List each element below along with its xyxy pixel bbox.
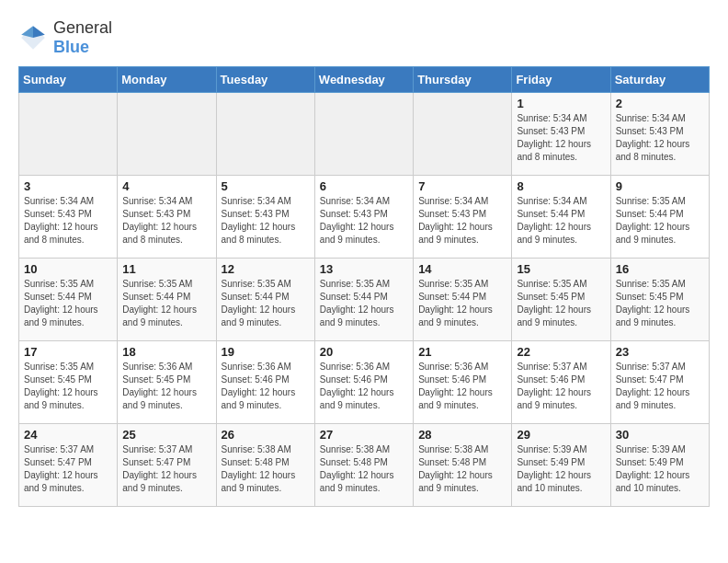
- day-number: 17: [24, 345, 112, 359]
- calendar-week-5: 24Sunrise: 5:37 AM Sunset: 5:47 PM Dayli…: [19, 424, 710, 507]
- logo-blue: Blue: [53, 38, 89, 56]
- day-info: Sunrise: 5:34 AM Sunset: 5:43 PM Dayligh…: [24, 195, 112, 247]
- day-info: Sunrise: 5:37 AM Sunset: 5:46 PM Dayligh…: [517, 361, 605, 412]
- calendar-cell: 24Sunrise: 5:37 AM Sunset: 5:47 PM Dayli…: [19, 424, 118, 507]
- day-number: 18: [122, 345, 210, 359]
- calendar-cell: 8Sunrise: 5:34 AM Sunset: 5:44 PM Daylig…: [512, 176, 610, 259]
- day-info: Sunrise: 5:34 AM Sunset: 5:43 PM Dayligh…: [517, 112, 605, 164]
- day-info: Sunrise: 5:34 AM Sunset: 5:44 PM Dayligh…: [517, 195, 605, 247]
- calendar-cell: 11Sunrise: 5:35 AM Sunset: 5:44 PM Dayli…: [118, 259, 216, 341]
- day-info: Sunrise: 5:35 AM Sunset: 5:44 PM Dayligh…: [122, 278, 210, 329]
- day-number: 15: [517, 262, 605, 276]
- calendar-week-4: 17Sunrise: 5:35 AM Sunset: 5:45 PM Dayli…: [19, 341, 710, 424]
- day-number: 3: [24, 179, 112, 193]
- calendar-cell: 16Sunrise: 5:35 AM Sunset: 5:45 PM Dayli…: [610, 259, 709, 341]
- calendar-cell: 1Sunrise: 5:34 AM Sunset: 5:43 PM Daylig…: [512, 93, 610, 176]
- day-info: Sunrise: 5:39 AM Sunset: 5:49 PM Dayligh…: [517, 443, 605, 495]
- col-header-tuesday: Tuesday: [216, 67, 314, 93]
- day-info: Sunrise: 5:35 AM Sunset: 5:44 PM Dayligh…: [418, 278, 506, 329]
- day-info: Sunrise: 5:34 AM Sunset: 5:43 PM Dayligh…: [122, 195, 210, 247]
- day-number: 4: [122, 179, 210, 193]
- day-info: Sunrise: 5:35 AM Sunset: 5:45 PM Dayligh…: [24, 361, 112, 412]
- calendar-cell: 18Sunrise: 5:36 AM Sunset: 5:45 PM Dayli…: [118, 341, 216, 424]
- calendar-header-row: SundayMondayTuesdayWednesdayThursdayFrid…: [19, 67, 710, 93]
- calendar-cell: 4Sunrise: 5:34 AM Sunset: 5:43 PM Daylig…: [118, 176, 216, 259]
- calendar-week-2: 3Sunrise: 5:34 AM Sunset: 5:43 PM Daylig…: [19, 176, 710, 259]
- calendar-table: SundayMondayTuesdayWednesdayThursdayFrid…: [18, 66, 710, 507]
- day-number: 27: [320, 428, 408, 442]
- calendar-cell: 13Sunrise: 5:35 AM Sunset: 5:44 PM Dayli…: [314, 259, 413, 341]
- logo-icon: [18, 23, 48, 52]
- day-info: Sunrise: 5:38 AM Sunset: 5:48 PM Dayligh…: [418, 443, 506, 495]
- day-info: Sunrise: 5:36 AM Sunset: 5:46 PM Dayligh…: [222, 361, 310, 412]
- calendar-week-1: 1Sunrise: 5:34 AM Sunset: 5:43 PM Daylig…: [19, 93, 710, 176]
- day-info: Sunrise: 5:34 AM Sunset: 5:43 PM Dayligh…: [222, 195, 310, 247]
- calendar-cell: 9Sunrise: 5:35 AM Sunset: 5:44 PM Daylig…: [610, 176, 709, 259]
- day-info: Sunrise: 5:35 AM Sunset: 5:44 PM Dayligh…: [320, 278, 408, 329]
- day-number: 23: [616, 345, 704, 359]
- day-info: Sunrise: 5:35 AM Sunset: 5:45 PM Dayligh…: [517, 278, 605, 329]
- logo: General Blue: [18, 18, 112, 57]
- calendar-cell: 19Sunrise: 5:36 AM Sunset: 5:46 PM Dayli…: [216, 341, 314, 424]
- day-info: Sunrise: 5:34 AM Sunset: 5:43 PM Dayligh…: [616, 112, 704, 164]
- calendar-cell: 28Sunrise: 5:38 AM Sunset: 5:48 PM Dayli…: [414, 424, 512, 507]
- day-info: Sunrise: 5:35 AM Sunset: 5:44 PM Dayligh…: [616, 195, 704, 247]
- day-number: 25: [122, 428, 210, 442]
- calendar-week-3: 10Sunrise: 5:35 AM Sunset: 5:44 PM Dayli…: [19, 259, 710, 341]
- calendar-cell: 17Sunrise: 5:35 AM Sunset: 5:45 PM Dayli…: [19, 341, 118, 424]
- col-header-sunday: Sunday: [19, 67, 118, 93]
- day-number: 26: [222, 428, 310, 442]
- day-number: 2: [616, 97, 704, 110]
- day-number: 5: [222, 179, 310, 193]
- calendar-cell: 3Sunrise: 5:34 AM Sunset: 5:43 PM Daylig…: [19, 176, 118, 259]
- col-header-thursday: Thursday: [414, 67, 512, 93]
- day-number: 14: [418, 262, 506, 276]
- calendar-cell: 2Sunrise: 5:34 AM Sunset: 5:43 PM Daylig…: [610, 93, 709, 176]
- calendar-cell: [314, 93, 413, 176]
- day-number: 19: [222, 345, 310, 359]
- calendar-cell: 29Sunrise: 5:39 AM Sunset: 5:49 PM Dayli…: [512, 424, 610, 507]
- day-info: Sunrise: 5:38 AM Sunset: 5:48 PM Dayligh…: [320, 443, 408, 495]
- calendar-cell: 21Sunrise: 5:36 AM Sunset: 5:46 PM Dayli…: [414, 341, 512, 424]
- col-header-saturday: Saturday: [610, 67, 709, 93]
- calendar-cell: 27Sunrise: 5:38 AM Sunset: 5:48 PM Dayli…: [314, 424, 413, 507]
- calendar-cell: 12Sunrise: 5:35 AM Sunset: 5:44 PM Dayli…: [216, 259, 314, 341]
- calendar-cell: 30Sunrise: 5:39 AM Sunset: 5:49 PM Dayli…: [610, 424, 709, 507]
- day-info: Sunrise: 5:36 AM Sunset: 5:45 PM Dayligh…: [122, 361, 210, 412]
- day-info: Sunrise: 5:34 AM Sunset: 5:43 PM Dayligh…: [418, 195, 506, 247]
- calendar-cell: 10Sunrise: 5:35 AM Sunset: 5:44 PM Dayli…: [19, 259, 118, 341]
- day-info: Sunrise: 5:37 AM Sunset: 5:47 PM Dayligh…: [24, 443, 112, 495]
- day-number: 24: [24, 428, 112, 442]
- calendar-cell: 14Sunrise: 5:35 AM Sunset: 5:44 PM Dayli…: [414, 259, 512, 341]
- day-number: 16: [616, 262, 704, 276]
- day-number: 28: [418, 428, 506, 442]
- day-number: 13: [320, 262, 408, 276]
- day-info: Sunrise: 5:35 AM Sunset: 5:44 PM Dayligh…: [222, 278, 310, 329]
- day-number: 9: [616, 179, 704, 193]
- day-number: 12: [222, 262, 310, 276]
- day-number: 8: [517, 179, 605, 193]
- day-number: 29: [517, 428, 605, 442]
- calendar-cell: 22Sunrise: 5:37 AM Sunset: 5:46 PM Dayli…: [512, 341, 610, 424]
- day-number: 10: [24, 262, 112, 276]
- day-number: 21: [418, 345, 506, 359]
- calendar-cell: 20Sunrise: 5:36 AM Sunset: 5:46 PM Dayli…: [314, 341, 413, 424]
- calendar-cell: [118, 93, 216, 176]
- day-info: Sunrise: 5:37 AM Sunset: 5:47 PM Dayligh…: [616, 361, 704, 412]
- calendar-cell: 23Sunrise: 5:37 AM Sunset: 5:47 PM Dayli…: [610, 341, 709, 424]
- day-number: 30: [616, 428, 704, 442]
- day-info: Sunrise: 5:35 AM Sunset: 5:44 PM Dayligh…: [24, 278, 112, 329]
- logo-text: General Blue: [53, 18, 112, 57]
- logo-general: General: [53, 18, 112, 37]
- day-number: 20: [320, 345, 408, 359]
- col-header-monday: Monday: [118, 67, 216, 93]
- day-info: Sunrise: 5:34 AM Sunset: 5:43 PM Dayligh…: [320, 195, 408, 247]
- day-info: Sunrise: 5:37 AM Sunset: 5:47 PM Dayligh…: [122, 443, 210, 495]
- calendar-cell: [19, 93, 118, 176]
- calendar-cell: 15Sunrise: 5:35 AM Sunset: 5:45 PM Dayli…: [512, 259, 610, 341]
- day-info: Sunrise: 5:36 AM Sunset: 5:46 PM Dayligh…: [320, 361, 408, 412]
- calendar-cell: [414, 93, 512, 176]
- calendar-cell: 25Sunrise: 5:37 AM Sunset: 5:47 PM Dayli…: [118, 424, 216, 507]
- calendar-cell: [216, 93, 314, 176]
- day-info: Sunrise: 5:35 AM Sunset: 5:45 PM Dayligh…: [616, 278, 704, 329]
